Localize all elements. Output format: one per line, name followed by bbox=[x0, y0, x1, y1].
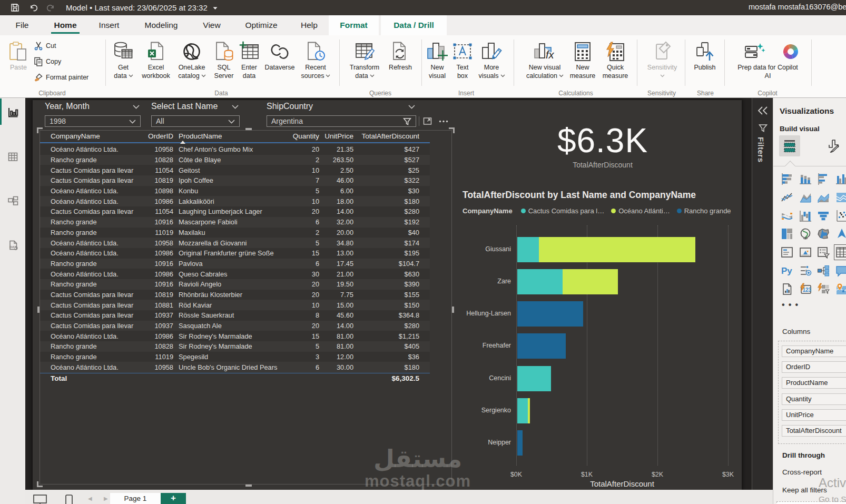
columns-field-well[interactable]: CompanyNameOrderIDProductNameQuantityUni… bbox=[778, 341, 846, 444]
visual-type-100-stacked-area-chart[interactable] bbox=[835, 191, 846, 204]
legend-item[interactable]: Océano Atlánti… bbox=[611, 207, 670, 215]
table-visual[interactable]: CompanyName OrderID ProductName Quantity… bbox=[40, 130, 452, 485]
field-pill-OrderID[interactable]: OrderID bbox=[782, 361, 846, 373]
sql-server-button[interactable]: SQLServer bbox=[210, 39, 238, 80]
field-pill-CompanyName[interactable]: CompanyName bbox=[782, 345, 846, 357]
recent-sources-button[interactable]: Recentsources bbox=[299, 39, 332, 80]
save-button[interactable] bbox=[11, 3, 19, 12]
ribbon-tab-1[interactable]: Home bbox=[50, 15, 81, 35]
visual-type-visual-calculation[interactable]: 123 bbox=[799, 283, 812, 295]
ribbon-tab-data-drill[interactable]: Data / Drill bbox=[381, 15, 447, 35]
table-column-header[interactable]: ProductName bbox=[173, 132, 279, 142]
copy-button[interactable]: Copy bbox=[34, 57, 61, 66]
chart-bar-segment[interactable] bbox=[517, 398, 528, 423]
visual-type-decomposition-tree[interactable] bbox=[817, 264, 830, 277]
field-pill-UnitPrice[interactable]: UnitPrice bbox=[782, 409, 846, 421]
more-visual-types-button[interactable]: • • • bbox=[782, 300, 799, 310]
chart-bar-segment[interactable] bbox=[517, 333, 566, 359]
card-visual[interactable]: $6.3KTotalAfterDiscount bbox=[463, 123, 743, 176]
report-page[interactable]: Year, Month 1998 Select Last Name All Sh… bbox=[33, 100, 742, 490]
format-visual-tab[interactable] bbox=[827, 139, 841, 153]
visual-type-area-chart[interactable] bbox=[799, 191, 812, 204]
title-dropdown-icon[interactable] bbox=[213, 7, 218, 10]
ribbon-tab-format[interactable]: Format bbox=[329, 15, 379, 35]
visual-type-python-visual[interactable]: Py bbox=[781, 264, 793, 277]
visual-type-ribbon-chart[interactable] bbox=[781, 210, 793, 222]
get-data-button[interactable]: Getdata bbox=[109, 39, 138, 80]
undo-button[interactable] bbox=[29, 3, 38, 12]
chart-bar-segment[interactable] bbox=[517, 269, 563, 294]
ribbon-tab-3[interactable]: Modeling bbox=[138, 15, 184, 35]
ribbon-tab-2[interactable]: Insert bbox=[94, 15, 124, 35]
visual-type-key-influencers[interactable] bbox=[799, 264, 812, 277]
visual-type-arcgis-map[interactable] bbox=[835, 283, 846, 295]
visual-type-calculation-group[interactable] bbox=[817, 283, 830, 295]
field-pill-ProductName[interactable]: ProductName bbox=[782, 377, 846, 389]
cut-button[interactable]: Cut bbox=[34, 41, 56, 51]
visual-type-clustered-column-chart[interactable] bbox=[835, 173, 846, 185]
dataverse-button[interactable]: Dataverse bbox=[261, 39, 299, 72]
current-visual-type-button[interactable] bbox=[779, 135, 800, 156]
visual-type-scatter-chart[interactable] bbox=[835, 210, 846, 222]
mobile-layout-button[interactable] bbox=[65, 494, 73, 504]
more-visuals-button[interactable]: Morevisuals bbox=[475, 39, 508, 80]
document-title[interactable]: Model • Last saved: 23/06/2025 at 23:32 bbox=[66, 0, 218, 15]
visual-type-table[interactable] bbox=[835, 246, 846, 259]
account-name[interactable]: mostafa mostafa163076@be bbox=[749, 0, 846, 15]
table-column-header[interactable]: OrderID bbox=[147, 132, 173, 142]
visual-type-filled-map[interactable] bbox=[817, 228, 830, 240]
table-column-header[interactable]: TotalAfterDiscount bbox=[353, 132, 419, 142]
focus-mode-button[interactable] bbox=[423, 117, 432, 125]
ribbon-tab-5[interactable]: Optimize bbox=[238, 15, 284, 35]
expand-filters-icon[interactable] bbox=[757, 106, 769, 116]
visual-type-multi-row-card[interactable] bbox=[781, 246, 793, 259]
slicer-year-month-collapse-icon[interactable] bbox=[133, 105, 140, 109]
quick-measure-button[interactable]: Quickmeasure bbox=[599, 39, 631, 80]
sidebar-item-report-view[interactable] bbox=[7, 107, 18, 118]
visual-type-clustered-bar-chart[interactable] bbox=[817, 173, 830, 185]
visual-type-treemap[interactable] bbox=[781, 228, 793, 240]
visual-type-paginated-report[interactable] bbox=[781, 283, 793, 295]
chart-bar-segment[interactable] bbox=[517, 430, 523, 456]
text-box-button[interactable]: Textbox bbox=[451, 39, 474, 80]
selection-handle[interactable] bbox=[37, 481, 43, 487]
drill-through-field-well[interactable] bbox=[776, 501, 846, 504]
bar-chart-visual[interactable]: TotalAfterDiscount by Last Name and Comp… bbox=[449, 184, 740, 487]
table-column-header[interactable]: CompanyName bbox=[51, 132, 147, 142]
visual-type-waterfall-chart[interactable] bbox=[799, 210, 812, 222]
new-visual-button[interactable]: Newvisual bbox=[425, 39, 450, 80]
publish-button[interactable]: Publish bbox=[689, 39, 721, 72]
slicer-ship-country-collapse-icon[interactable] bbox=[408, 105, 415, 109]
new-visual-calculation-button[interactable]: fxNew visualcalculation bbox=[519, 39, 570, 80]
sidebar-item-table-view[interactable] bbox=[7, 151, 18, 162]
visual-type-funnel-chart[interactable] bbox=[817, 210, 830, 222]
next-page-button[interactable]: ▶ bbox=[104, 496, 108, 501]
format-painter-button[interactable]: Format painter bbox=[34, 73, 88, 82]
visual-type-line-chart[interactable] bbox=[781, 191, 793, 204]
visual-type-stacked-area-chart[interactable] bbox=[817, 191, 830, 204]
chart-bar-segment[interactable] bbox=[539, 237, 695, 262]
visual-type-slicer[interactable] bbox=[817, 246, 830, 259]
chart-bar-segment[interactable] bbox=[517, 301, 583, 327]
new-measure-button[interactable]: Newmeasure bbox=[568, 39, 597, 80]
table-column-header[interactable]: Quantity bbox=[279, 132, 319, 142]
ribbon-tab-0[interactable]: File bbox=[11, 15, 34, 35]
ribbon-tab-4[interactable]: View bbox=[197, 15, 227, 35]
slicer-ship-country-dropdown[interactable]: Argentina bbox=[267, 115, 416, 127]
page-tab-1[interactable]: Page 1 bbox=[110, 493, 161, 504]
build-visual-tab[interactable]: Build visual bbox=[780, 125, 820, 133]
prep-data-copilot-button[interactable]: Prep data for CopilotAI bbox=[730, 39, 806, 80]
slicer-last-name-collapse-icon[interactable] bbox=[232, 105, 239, 109]
slicer-last-name-dropdown[interactable]: All bbox=[151, 115, 240, 127]
selection-handle[interactable] bbox=[245, 485, 252, 487]
paste-button[interactable]: Paste bbox=[5, 39, 32, 72]
previous-page-button[interactable]: ◀ bbox=[88, 496, 92, 501]
desktop-layout-button[interactable] bbox=[33, 494, 47, 504]
selection-handle[interactable] bbox=[37, 307, 40, 313]
table-column-header[interactable]: UnitPrice bbox=[319, 132, 353, 142]
legend-item[interactable]: Rancho grande bbox=[677, 207, 731, 215]
sidebar-item-model-view[interactable] bbox=[7, 195, 18, 206]
selection-handle[interactable] bbox=[245, 128, 252, 130]
enter-data-button[interactable]: Enterdata bbox=[238, 39, 261, 80]
legend-item[interactable]: Cactus Comidas para l… bbox=[521, 207, 605, 215]
